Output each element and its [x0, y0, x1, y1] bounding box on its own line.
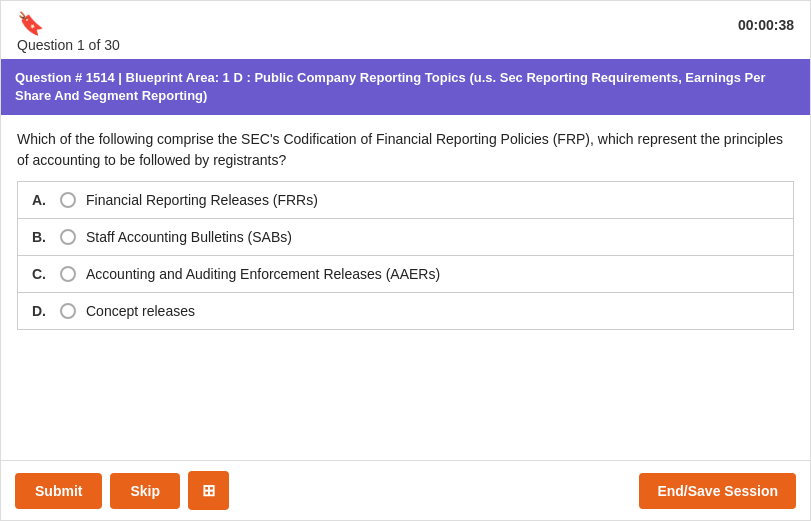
question-body: Which of the following comprise the SEC'…: [1, 129, 810, 181]
options-container: A. Financial Reporting Releases (FRRs) B…: [1, 181, 810, 330]
question-counter: Question 1 of 30: [17, 37, 120, 53]
option-a-text: Financial Reporting Releases (FRRs): [86, 192, 318, 208]
option-c[interactable]: C. Accounting and Auditing Enforcement R…: [17, 255, 794, 292]
option-b-radio[interactable]: [60, 229, 76, 245]
bookmark-icon[interactable]: 🔖: [17, 13, 44, 35]
option-d-letter: D.: [32, 303, 60, 319]
footer-left: Submit Skip ⊞: [15, 471, 229, 510]
footer: Submit Skip ⊞ End/Save Session: [1, 460, 810, 520]
skip-button[interactable]: Skip: [110, 473, 180, 509]
quiz-container: 🔖 Question 1 of 30 00:00:38 Question # 1…: [0, 0, 811, 521]
option-a[interactable]: A. Financial Reporting Releases (FRRs): [17, 181, 794, 218]
option-c-letter: C.: [32, 266, 60, 282]
option-c-text: Accounting and Auditing Enforcement Rele…: [86, 266, 440, 282]
option-d-text: Concept releases: [86, 303, 195, 319]
option-b-letter: B.: [32, 229, 60, 245]
end-save-session-button[interactable]: End/Save Session: [639, 473, 796, 509]
header-left: 🔖 Question 1 of 30: [17, 13, 120, 53]
option-b-text: Staff Accounting Bulletins (SABs): [86, 229, 292, 245]
option-d[interactable]: D. Concept releases: [17, 292, 794, 330]
option-a-letter: A.: [32, 192, 60, 208]
calculator-button[interactable]: ⊞: [188, 471, 229, 510]
calculator-icon: ⊞: [202, 482, 215, 499]
option-d-radio[interactable]: [60, 303, 76, 319]
timer: 00:00:38: [738, 13, 794, 33]
option-c-radio[interactable]: [60, 266, 76, 282]
blueprint-bar: Question # 1514 | Blueprint Area: 1 D : …: [1, 59, 810, 115]
option-a-radio[interactable]: [60, 192, 76, 208]
header: 🔖 Question 1 of 30 00:00:38: [1, 1, 810, 59]
submit-button[interactable]: Submit: [15, 473, 102, 509]
option-b[interactable]: B. Staff Accounting Bulletins (SABs): [17, 218, 794, 255]
